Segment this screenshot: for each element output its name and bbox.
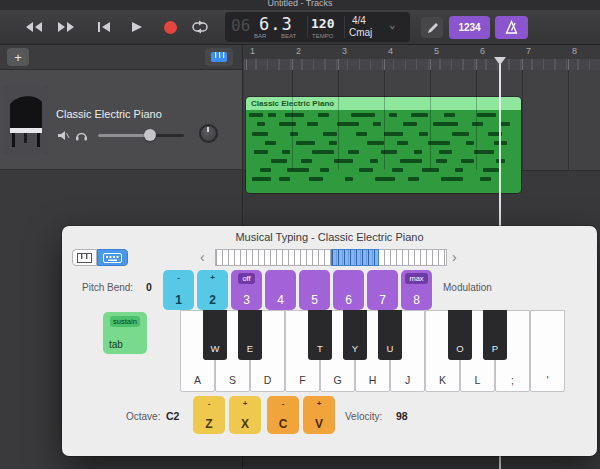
play-button[interactable]: [122, 15, 150, 39]
key-label: Z: [193, 417, 225, 431]
volume-slider[interactable]: [98, 129, 184, 141]
midi-note: [257, 122, 265, 126]
midi-note: [461, 159, 475, 163]
lcd-beat-label: BEAT: [281, 33, 296, 39]
midi-note: [337, 122, 359, 126]
musical-typing-key-X[interactable]: +X: [229, 396, 261, 434]
pan-knob[interactable]: [199, 124, 218, 143]
track-column-header: +: [0, 45, 242, 70]
bar-ruler[interactable]: 12345678: [244, 45, 600, 70]
chevron-down-icon[interactable]: ⌄: [389, 18, 396, 31]
ruler-bar-tick: [522, 59, 523, 70]
black-key-Y[interactable]: Y: [343, 310, 367, 360]
cycle-button[interactable]: [186, 15, 214, 39]
solo-button[interactable]: [73, 128, 89, 142]
midi-note: [397, 141, 408, 145]
midi-note: [356, 132, 367, 136]
black-key-W[interactable]: W: [203, 310, 227, 360]
midi-note: [433, 122, 458, 126]
add-track-button[interactable]: +: [7, 48, 29, 66]
midi-note: [474, 150, 493, 154]
midi-note: [345, 177, 353, 181]
metronome-button[interactable]: [495, 16, 528, 39]
black-key-E[interactable]: E: [238, 310, 262, 360]
midi-note: [351, 113, 376, 117]
midi-note: [400, 159, 422, 163]
midi-note: [436, 159, 447, 163]
midi-note: [268, 113, 276, 117]
midi-note: [296, 141, 315, 145]
midi-note: [359, 168, 373, 172]
midi-note: [483, 168, 500, 172]
window-titlebar: Untitled - Tracks: [0, 0, 600, 10]
midi-note: [285, 113, 304, 117]
midi-note: [389, 113, 397, 117]
black-key-P[interactable]: P: [483, 310, 507, 360]
black-key-U[interactable]: U: [378, 310, 402, 360]
midi-note: [249, 113, 263, 117]
midi-note: [329, 141, 337, 145]
fast-forward-button[interactable]: [52, 15, 80, 39]
track-row-classic-electric-piano[interactable]: Classic Electric Piano: [0, 70, 242, 170]
musical-typing-key-C[interactable]: -C: [267, 396, 299, 434]
bar-gridline: [338, 70, 339, 170]
ruler-bar-label: 6: [480, 46, 485, 56]
midi-note: [252, 177, 271, 181]
catch-playhead-button[interactable]: [205, 48, 233, 66]
musical-typing-key-V[interactable]: +V: [303, 396, 335, 434]
midi-note: [260, 168, 271, 172]
pencil-icon: [425, 21, 439, 35]
track-name: Classic Electric Piano: [56, 108, 162, 120]
midi-note: [279, 177, 290, 181]
ruler-bar-tick: [568, 59, 569, 70]
lcd-tempo-value: 120: [311, 16, 334, 31]
midi-note: [480, 177, 491, 181]
midi-note: [384, 132, 403, 136]
sub-ruler: [244, 59, 600, 70]
midi-note: [444, 113, 455, 117]
midi-note: [271, 159, 288, 163]
musical-typing-window[interactable]: Musical Typing - Classic Electric Piano …: [62, 226, 597, 456]
musical-typing-key-Z[interactable]: -Z: [193, 396, 225, 434]
black-key-label: P: [483, 343, 507, 354]
black-key-label: E: [238, 343, 262, 354]
black-key-T[interactable]: T: [308, 310, 332, 360]
rewind-button[interactable]: [20, 15, 48, 39]
pencil-button[interactable]: [421, 17, 443, 38]
midi-note: [403, 122, 417, 126]
ruler-bar-label: 5: [434, 46, 439, 56]
playhead-marker[interactable]: [494, 57, 506, 65]
midi-note: [472, 122, 483, 126]
key-label: C: [267, 417, 299, 431]
midi-note: [499, 122, 510, 126]
count-in-button[interactable]: 1234: [449, 16, 490, 39]
toolbar: 06 6.3 BAR BEAT 120 TEMPO 4/4 Cmaj ⌄ 123…: [0, 10, 600, 45]
black-key-O[interactable]: O: [448, 310, 472, 360]
bar-gridline: [384, 70, 385, 170]
ruler-bar-tick: [476, 59, 477, 70]
midi-note: [419, 132, 427, 136]
mute-button[interactable]: [55, 128, 71, 142]
headphones-icon: [75, 129, 88, 141]
midi-note: [312, 150, 334, 154]
lcd-key-signature: Cmaj: [349, 27, 372, 38]
lcd-time-signature: 4/4: [352, 15, 366, 26]
keyboard-blue-icon: [210, 51, 228, 63]
track-lane[interactable]: Classic Electric Piano: [244, 70, 600, 171]
cycle-icon: [190, 20, 210, 34]
play-icon: [129, 20, 143, 34]
ruler-bar-tick: [384, 59, 385, 70]
metronome-icon: [504, 20, 519, 35]
ruler-bar-label: 1: [250, 46, 255, 56]
lcd-display[interactable]: 06 6.3 BAR BEAT 120 TEMPO 4/4 Cmaj ⌄: [225, 12, 410, 42]
record-button[interactable]: [156, 15, 184, 39]
volume-slider-fill: [98, 134, 150, 137]
bar-gridline: [568, 70, 569, 170]
go-to-beginning-button[interactable]: [90, 15, 118, 39]
ruler-bar-label: 3: [342, 46, 347, 56]
midi-note: [254, 150, 268, 154]
volume-slider-thumb[interactable]: [144, 129, 156, 141]
key-sub-label: +: [303, 399, 335, 408]
midi-note: [367, 141, 384, 145]
ruler-bar-tick: [292, 59, 293, 70]
